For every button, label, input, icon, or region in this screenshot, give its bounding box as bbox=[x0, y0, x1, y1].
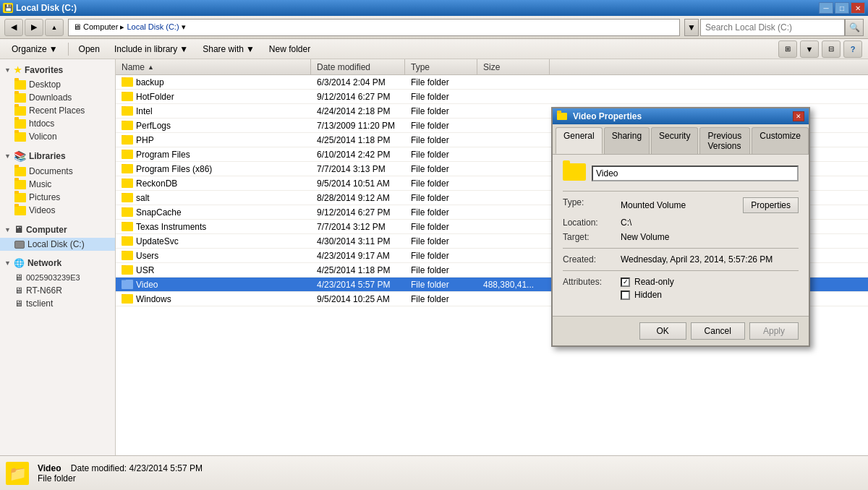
folder-icon bbox=[122, 92, 133, 101]
network-section[interactable]: ▼ 🌐 Network bbox=[0, 255, 115, 271]
location-label: Location: bbox=[563, 218, 621, 228]
sidebar-item-label: Videos bbox=[29, 205, 55, 215]
readonly-checkbox[interactable] bbox=[621, 278, 630, 287]
file-type-cell: File folder bbox=[405, 207, 477, 218]
cancel-button[interactable]: Cancel bbox=[691, 322, 745, 340]
file-date-cell: 6/3/2014 2:04 PM bbox=[311, 77, 405, 87]
properties-button[interactable]: Properties bbox=[743, 197, 799, 213]
sidebar-item-localdisk[interactable]: Local Disk (C:) bbox=[0, 238, 115, 251]
sidebar-item-htdocs[interactable]: htdocs bbox=[0, 117, 115, 130]
view-dropdown-button[interactable]: ▼ bbox=[800, 40, 819, 58]
minimize-button[interactable]: ─ bbox=[819, 2, 833, 14]
folder-icon bbox=[122, 106, 133, 116]
folder-name-input[interactable] bbox=[592, 166, 799, 181]
network-label: Network bbox=[27, 258, 61, 268]
share-with-button[interactable]: Share with ▼ bbox=[197, 41, 260, 57]
search-input[interactable] bbox=[700, 19, 845, 36]
back-button[interactable]: ◀ bbox=[4, 19, 23, 36]
file-type-cell: File folder bbox=[405, 106, 477, 116]
file-type-cell: File folder bbox=[405, 251, 477, 261]
folder-icon bbox=[122, 179, 133, 188]
tab-general[interactable]: General bbox=[556, 127, 603, 154]
maximize-button[interactable]: □ bbox=[835, 2, 849, 14]
file-type-cell: File folder bbox=[405, 164, 477, 174]
file-type-cell: File folder bbox=[405, 294, 477, 304]
video-properties-dialog[interactable]: Video Properties ✕ General Sharing Secur… bbox=[551, 107, 810, 347]
file-date-cell: 8/28/2014 9:12 AM bbox=[311, 193, 405, 203]
folder-icon bbox=[14, 206, 26, 215]
file-date-cell: 9/5/2014 10:51 AM bbox=[311, 179, 405, 189]
tab-previous-versions[interactable]: Previous Versions bbox=[699, 127, 750, 154]
sidebar-item-videos[interactable]: Videos bbox=[0, 204, 115, 217]
readonly-label: Read-only bbox=[634, 277, 674, 287]
help-button[interactable]: ? bbox=[843, 40, 862, 58]
target-label: Target: bbox=[563, 232, 621, 242]
sidebar-item-documents[interactable]: Documents bbox=[0, 165, 115, 178]
ok-button[interactable]: OK bbox=[639, 322, 686, 340]
sidebar-item-net2[interactable]: 🖥 RT-N66R bbox=[0, 284, 115, 297]
sidebar-item-volicon[interactable]: Volicon bbox=[0, 130, 115, 143]
file-date-cell: 9/5/2014 10:25 AM bbox=[311, 294, 405, 304]
address-dropdown[interactable]: ▼ bbox=[684, 19, 699, 36]
include-in-library-button[interactable]: Include in library ▼ bbox=[109, 41, 194, 57]
tab-customize[interactable]: Customize bbox=[752, 127, 809, 154]
folder-icon bbox=[122, 236, 133, 246]
file-name-cell: ReckonDB bbox=[116, 179, 311, 189]
created-label: Created: bbox=[563, 254, 621, 265]
folder-icon bbox=[14, 132, 26, 142]
preview-pane-button[interactable]: ⊟ bbox=[822, 40, 841, 58]
column-date[interactable]: Date modified bbox=[311, 59, 405, 74]
tab-security[interactable]: Security bbox=[651, 127, 698, 154]
libraries-section[interactable]: ▼ 📚 Libraries bbox=[0, 147, 115, 165]
computer-icon: 🖥 bbox=[14, 224, 23, 235]
sidebar-item-label: Local Disk (C:) bbox=[27, 239, 85, 249]
computer-section[interactable]: ▼ 🖥 Computer bbox=[0, 221, 115, 238]
forward-button[interactable]: ▶ bbox=[25, 19, 43, 36]
file-date-cell: 4/25/2014 1:18 PM bbox=[311, 265, 405, 275]
sidebar-item-label: Desktop bbox=[29, 79, 61, 90]
type-value: Mounted Volume bbox=[621, 200, 737, 210]
separator-1 bbox=[68, 43, 69, 56]
column-name[interactable]: Name ▲ bbox=[116, 59, 311, 74]
up-button[interactable]: ▲ bbox=[45, 19, 64, 36]
sidebar-item-label: 0025903239E3 bbox=[26, 273, 80, 282]
divider-3 bbox=[563, 270, 799, 271]
window-title: Local Disk (C:) bbox=[16, 3, 77, 13]
view-controls: ⊞ ▼ ⊟ ? bbox=[778, 40, 862, 58]
file-date-cell: 9/12/2014 6:27 PM bbox=[311, 207, 405, 218]
hidden-checkbox[interactable] bbox=[621, 291, 630, 300]
sidebar-item-label: Volicon bbox=[29, 132, 57, 142]
sidebar-item-desktop[interactable]: Desktop bbox=[0, 78, 115, 91]
sidebar-item-pictures[interactable]: Pictures bbox=[0, 191, 115, 204]
sidebar-item-music[interactable]: Music bbox=[0, 178, 115, 191]
file-date-cell: 4/30/2014 3:11 PM bbox=[311, 236, 405, 246]
file-type-cell: File folder bbox=[405, 236, 477, 246]
sidebar-item-tsclient[interactable]: 🖥 tsclient bbox=[0, 297, 115, 310]
sidebar-item-recent[interactable]: Recent Places bbox=[0, 104, 115, 117]
close-button[interactable]: ✕ bbox=[851, 2, 865, 14]
search-button[interactable]: 🔍 bbox=[845, 19, 864, 36]
table-row[interactable]: backup 6/3/2014 2:04 PM File folder bbox=[116, 75, 868, 90]
favorites-section[interactable]: ▼ ★ Favorites bbox=[0, 62, 115, 78]
favorites-label: Favorites bbox=[25, 65, 63, 75]
sidebar-item-label: Music bbox=[29, 179, 51, 189]
sidebar-item-label: RT-N66R bbox=[26, 285, 62, 296]
new-folder-button[interactable]: New folder bbox=[263, 41, 316, 57]
attributes-row: Attributes: Read-only Hidden bbox=[563, 277, 799, 303]
column-type[interactable]: Type bbox=[405, 59, 477, 74]
file-type-cell: File folder bbox=[405, 77, 477, 87]
column-size[interactable]: Size bbox=[477, 59, 550, 74]
table-row[interactable]: HotFolder 9/12/2014 6:27 PM File folder bbox=[116, 90, 868, 104]
dialog-close-button[interactable]: ✕ bbox=[793, 111, 804, 121]
sidebar-item-downloads[interactable]: Downloads bbox=[0, 91, 115, 104]
file-type-cell: File folder bbox=[405, 179, 477, 189]
open-button[interactable]: Open bbox=[73, 41, 106, 57]
sidebar: ▼ ★ Favorites Desktop Downloads Recent P… bbox=[0, 59, 116, 455]
view-mode-button[interactable]: ⊞ bbox=[778, 40, 797, 58]
attributes-label: Attributes: bbox=[563, 277, 621, 303]
organize-button[interactable]: Organize ▼ bbox=[6, 41, 64, 57]
sidebar-item-net1[interactable]: 🖥 0025903239E3 bbox=[0, 271, 115, 284]
apply-button[interactable]: Apply bbox=[749, 322, 799, 340]
tab-sharing[interactable]: Sharing bbox=[604, 127, 650, 154]
file-name-cell: Program Files (x86) bbox=[116, 164, 311, 174]
